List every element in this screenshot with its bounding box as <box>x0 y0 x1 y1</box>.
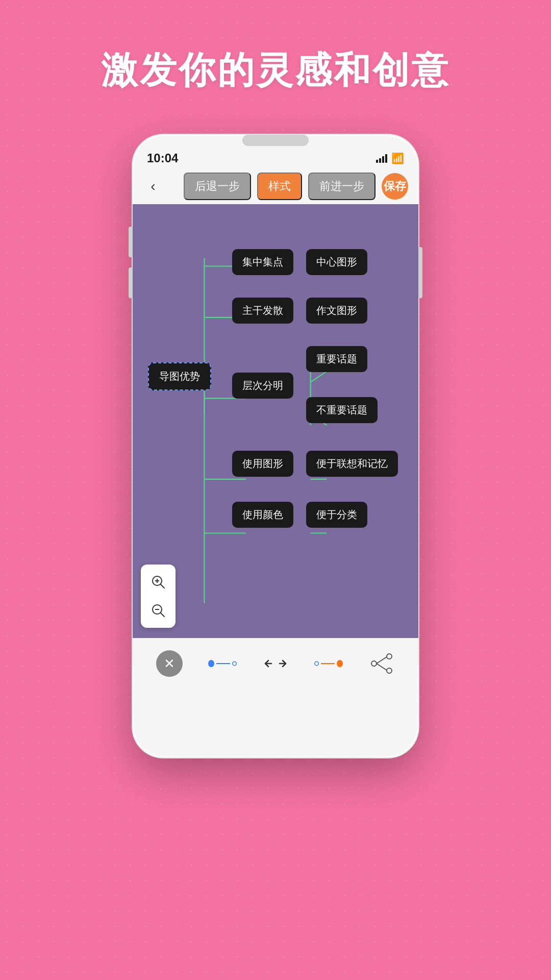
branch-node-2[interactable]: 主干发散 <box>232 298 293 324</box>
status-bar: 10:04 📶 <box>133 146 418 168</box>
canvas-area[interactable]: 导图优势 集中集点 中心图形 主干发散 作文图形 层次分明 重要话题 不重要话题… <box>133 204 418 638</box>
svg-point-28 <box>387 668 392 673</box>
child-node-1-1[interactable]: 中心图形 <box>306 249 367 275</box>
share-button[interactable] <box>367 649 396 678</box>
svg-line-20 <box>161 613 164 617</box>
branch-node-3[interactable]: 层次分明 <box>232 373 293 399</box>
child-node-2-1[interactable]: 作文图形 <box>306 298 367 324</box>
status-time: 10:04 <box>147 151 178 165</box>
zoom-controls <box>141 565 176 628</box>
branch-node-1[interactable]: 集中集点 <box>232 249 293 275</box>
zoom-out-button[interactable] <box>145 597 171 624</box>
undo-button[interactable]: 后退一步 <box>184 173 251 200</box>
save-button[interactable]: 保存 <box>382 173 408 200</box>
close-button[interactable]: ✕ <box>155 649 184 678</box>
phone-frame: 10:04 📶 ‹ 后退一步 样式 前进一步 保存 <box>133 135 418 757</box>
bottom-toolbar: ✕ <box>133 638 418 689</box>
child-node-3-2[interactable]: 不重要话题 <box>306 397 378 423</box>
svg-line-8 <box>311 372 327 382</box>
svg-line-17 <box>161 584 164 588</box>
child-node-3-1[interactable]: 重要话题 <box>306 346 367 372</box>
center-node[interactable]: 导图优势 <box>148 362 211 390</box>
connector-left-button[interactable] <box>208 649 237 678</box>
headline: 激发你的灵感和创意 <box>0 0 551 126</box>
svg-point-29 <box>371 661 377 666</box>
back-button[interactable]: ‹ <box>143 178 163 194</box>
svg-rect-21 <box>216 663 230 664</box>
style-button[interactable]: 样式 <box>257 173 302 200</box>
branch-node-5[interactable]: 使用颜色 <box>232 502 293 528</box>
child-node-5-1[interactable]: 便于分类 <box>306 502 367 528</box>
phone-notch <box>242 135 309 146</box>
svg-point-22 <box>233 662 237 666</box>
svg-line-31 <box>377 664 387 670</box>
signal-icon <box>376 154 387 163</box>
zoom-in-button[interactable] <box>145 569 171 595</box>
wifi-icon: 📶 <box>391 152 404 164</box>
svg-point-25 <box>315 662 319 666</box>
branch-node-4[interactable]: 使用图形 <box>232 451 293 477</box>
redo-button[interactable]: 前进一步 <box>308 173 375 200</box>
toolbar: ‹ 后退一步 样式 前进一步 保存 <box>133 168 418 204</box>
svg-line-30 <box>377 657 387 664</box>
connector-right-button[interactable] <box>314 649 343 678</box>
child-node-4-1[interactable]: 便于联想和记忆 <box>306 451 398 477</box>
svg-point-27 <box>387 654 392 659</box>
collapse-button[interactable] <box>261 649 290 678</box>
status-icons: 📶 <box>376 152 404 164</box>
svg-rect-26 <box>321 663 335 664</box>
